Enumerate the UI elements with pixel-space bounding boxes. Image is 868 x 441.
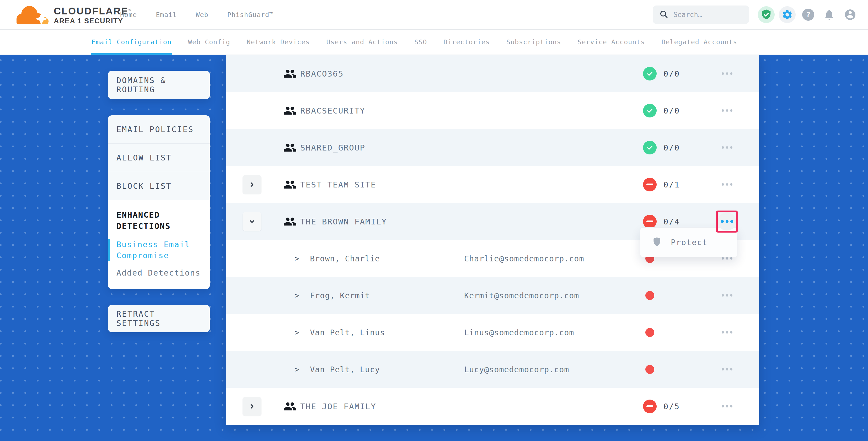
- status-fail-icon: [643, 178, 657, 191]
- group-row: TEST TEAM SITE0/1: [226, 166, 759, 203]
- group-name: TEST TEAM SITE: [300, 180, 376, 189]
- row-actions: [718, 360, 736, 379]
- member-chevron-icon: >: [295, 291, 299, 300]
- group-row: RBACO3650/0: [226, 55, 759, 92]
- tab-directories[interactable]: Directories: [443, 29, 490, 55]
- tab-service-accounts[interactable]: Service Accounts: [578, 29, 645, 55]
- member-name: Van Pelt, Lucy: [310, 365, 380, 374]
- shield-icon: [652, 237, 662, 248]
- sidebar-policies-card: EMAIL POLICIESALLOW LISTBLOCK LIST ENHAN…: [108, 115, 210, 289]
- brand-text: CLOUDFLARE® AREA 1 SECURITY: [54, 5, 131, 25]
- member-name: Brown, Charlie: [310, 254, 380, 263]
- settings-gear-icon[interactable]: [779, 6, 796, 23]
- member-chevron-icon: >: [295, 328, 299, 337]
- status-fail-icon: [643, 400, 657, 413]
- tab-delegated-accounts[interactable]: Delegated Accounts: [661, 29, 737, 55]
- row-menu-button[interactable]: [718, 286, 736, 305]
- row-menu-button[interactable]: [718, 360, 736, 379]
- row-actions: [718, 212, 736, 231]
- member-email: Lucy@somedemocorp.com: [464, 365, 569, 374]
- sidebar-item-allow-list[interactable]: ALLOW LIST: [108, 144, 210, 172]
- member-chevron-icon: >: [295, 254, 299, 263]
- sidebar-item-business-email-compromise[interactable]: Business Email Compromise: [108, 239, 200, 261]
- member-name: Frog, Kermit: [310, 291, 370, 300]
- tab-web-config[interactable]: Web Config: [188, 29, 230, 55]
- status-fail-dot: [645, 291, 654, 300]
- tab-email-configuration[interactable]: Email Configuration: [92, 29, 172, 55]
- group-icon: [283, 141, 297, 154]
- config-tabs: Email ConfigurationWeb ConfigNetwork Dev…: [0, 29, 868, 55]
- notifications-bell-icon[interactable]: [821, 6, 838, 23]
- cloudflare-logo-icon: [13, 2, 53, 27]
- sidebar-item-retract-settings[interactable]: RETRACT SETTINGS: [108, 305, 210, 332]
- account-icon[interactable]: [842, 6, 859, 23]
- sidebar-item-domains-routing[interactable]: DOMAINS & ROUTING: [108, 71, 210, 99]
- row-actions: [718, 176, 736, 194]
- row-menu-button[interactable]: [718, 64, 736, 83]
- tab-network-devices[interactable]: Network Devices: [247, 29, 310, 55]
- search-icon: [659, 10, 668, 20]
- top-bar: CLOUDFLARE® AREA 1 SECURITY HomeEmailWeb…: [0, 0, 868, 30]
- collapse-button[interactable]: [243, 212, 261, 231]
- expand-button[interactable]: [243, 175, 261, 194]
- group-name: RBACSECURITY: [300, 106, 365, 115]
- context-menu-label: Protect: [671, 238, 708, 247]
- expand-button[interactable]: [243, 397, 261, 416]
- tab-subscriptions[interactable]: Subscriptions: [506, 29, 561, 55]
- group-row: RBACSECURITY0/0: [226, 92, 759, 129]
- row-menu-button[interactable]: [718, 176, 736, 194]
- group-name: THE BROWN FAMILY: [300, 217, 387, 226]
- protected-count: 0/0: [663, 106, 680, 115]
- sidebar-policy-items: EMAIL POLICIESALLOW LISTBLOCK LIST: [108, 115, 210, 200]
- group-name: THE JOE FAMILY: [300, 402, 376, 411]
- protected-count: 0/5: [663, 402, 680, 411]
- group-icon: [283, 67, 297, 81]
- row-actions: [718, 286, 736, 305]
- protected-count: 0/1: [663, 180, 680, 189]
- group-icon: [283, 104, 297, 118]
- top-nav-link-web[interactable]: Web: [196, 11, 208, 19]
- group-name: RBACO365: [300, 69, 344, 78]
- search-box: [653, 5, 749, 24]
- tab-users-and-actions[interactable]: Users and Actions: [326, 29, 398, 55]
- brand-subtitle: AREA 1 SECURITY: [54, 17, 131, 25]
- tab-sso[interactable]: SSO: [414, 29, 427, 55]
- sidebar-item-email-policies[interactable]: EMAIL POLICIES: [108, 115, 210, 144]
- group-icon: [283, 215, 297, 228]
- top-nav-link-phishguard-[interactable]: PhishGuard™: [227, 11, 274, 19]
- protected-count: 0/4: [663, 217, 680, 226]
- help-icon[interactable]: ?: [800, 6, 816, 23]
- area1-security-app: CLOUDFLARE® AREA 1 SECURITY HomeEmailWeb…: [0, 0, 868, 441]
- top-nav-link-home[interactable]: Home: [120, 11, 137, 19]
- row-menu-button[interactable]: [718, 323, 736, 342]
- sidebar-enhanced-detections-section: ENHANCED DETECTIONS Business Email Compr…: [108, 200, 210, 289]
- member-name: Van Pelt, Linus: [310, 328, 385, 337]
- status-fail-dot: [645, 328, 654, 337]
- member-row: >Frog, KermitKermit@somedemocorp.com: [226, 277, 759, 314]
- row-menu-button[interactable]: [718, 138, 736, 157]
- context-menu-item-protect[interactable]: Protect: [640, 228, 737, 257]
- sidebar-item-enhanced-detections[interactable]: ENHANCED DETECTIONS: [117, 209, 200, 232]
- group-icon: [283, 178, 297, 191]
- protected-count: 0/0: [663, 143, 680, 152]
- status-pass-icon: [643, 141, 657, 154]
- context-menu: Protect: [640, 227, 737, 257]
- row-actions: [718, 323, 736, 342]
- group-row: THE JOE FAMILY0/5: [226, 388, 759, 425]
- status-pass-icon: [643, 67, 657, 81]
- group-name: SHARED_GROUP: [300, 143, 365, 152]
- row-menu-button[interactable]: [718, 212, 736, 231]
- member-row: >Van Pelt, LinusLinus@somedemocorp.com: [226, 314, 759, 351]
- group-row: SHARED_GROUP0/0: [226, 129, 759, 166]
- row-menu-button[interactable]: [718, 397, 736, 416]
- row-actions: [718, 64, 736, 83]
- status-fail-icon: [643, 215, 657, 228]
- top-nav-link-email[interactable]: Email: [156, 11, 177, 19]
- search-input[interactable]: [673, 10, 743, 19]
- row-actions: [718, 397, 736, 416]
- row-menu-button[interactable]: [718, 101, 736, 120]
- sidebar-item-block-list[interactable]: BLOCK LIST: [108, 172, 210, 200]
- shield-check-icon[interactable]: [758, 6, 775, 23]
- sidebar-item-added-detections[interactable]: Added Detections: [117, 267, 202, 278]
- member-chevron-icon: >: [295, 365, 299, 374]
